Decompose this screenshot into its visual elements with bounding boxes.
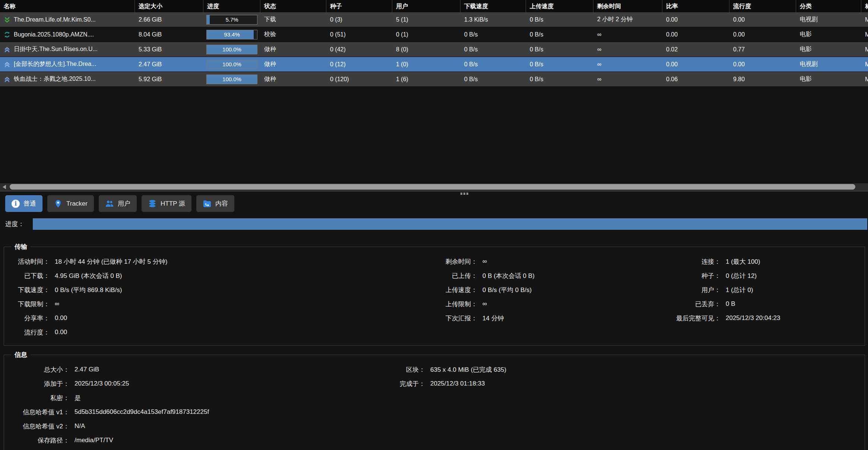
- field-label: 剩余时间：: [302, 257, 477, 266]
- cell-popularity: 0.00: [729, 16, 796, 23]
- tab-peers[interactable]: 用户: [99, 195, 137, 212]
- tab-label: 内容: [215, 199, 228, 208]
- progress-bar: 93.4%: [206, 30, 257, 39]
- field-label: 上传速度：: [302, 286, 477, 294]
- transfer-section-title: 传输: [12, 243, 30, 251]
- cell-category: 电影: [796, 75, 861, 83]
- column-header-selected-size[interactable]: 选定大小: [135, 0, 203, 12]
- cell-upload-speed: 0 B/s: [526, 46, 593, 53]
- field-label: 已下载：: [4, 272, 50, 280]
- cell-eta: ∞: [593, 31, 662, 38]
- field-value: 0 (总计 12): [726, 272, 757, 280]
- field-value: ∞: [482, 258, 487, 265]
- cell-download-speed: 0 B/s: [460, 61, 526, 68]
- field-value: 18 小时 44 分钟 (已做种 17 小时 5 分钟): [55, 257, 167, 266]
- field-value: 是: [75, 394, 81, 402]
- cell-category: 电视剧: [796, 60, 861, 68]
- table-header-row: 名称 选定大小 进度 状态 种子 用户 下载速度 上传速度 剩余时间 比率 流行…: [0, 0, 868, 12]
- double-up-arrows-icon: [4, 46, 10, 53]
- cell-download-speed: 0 B/s: [460, 46, 526, 53]
- sync-icon: [4, 31, 10, 38]
- tab-label: HTTP 源: [161, 199, 185, 208]
- tab-general[interactable]: i 普通: [5, 195, 42, 212]
- field-value: ∞: [55, 300, 59, 308]
- column-header-peers[interactable]: 用户: [392, 0, 460, 12]
- column-header-popularity[interactable]: 流行度: [729, 0, 796, 12]
- tab-http-sources[interactable]: HTTP 源: [142, 195, 191, 212]
- cell-ratio: 0.00: [662, 31, 729, 38]
- cell-tags: M: [861, 16, 868, 23]
- double-up-arrows-icon: [4, 61, 10, 68]
- cell-eta: ∞: [593, 76, 662, 83]
- cell-popularity: 9.80: [729, 76, 796, 83]
- info-icon: i: [12, 200, 20, 208]
- field-label: 私密：: [4, 394, 69, 402]
- cell-name: Bugonia.2025.1080p.AMZN....: [0, 31, 135, 38]
- progress-bar: 100.0%: [206, 45, 257, 54]
- field-label: 完成于：: [302, 380, 425, 388]
- field-value: /media/PT/TV: [75, 437, 113, 444]
- horizontal-scrollbar[interactable]: [0, 183, 868, 191]
- information-column-2: 区块：635 x 4.0 MiB (已完成 635) 完成于：2025/12/3…: [302, 362, 506, 391]
- field-value: 2025/12/3 00:05:25: [75, 380, 129, 387]
- cell-progress: 93.4%: [203, 27, 260, 42]
- cell-seeds: 0 (51): [326, 31, 392, 38]
- cell-name: 铁血战士：杀戮之地.2025.10...: [0, 75, 135, 83]
- folder-icon: [203, 199, 212, 208]
- field-label: 活动时间：: [4, 257, 50, 266]
- tab-trackers[interactable]: Tracker: [47, 195, 94, 212]
- progress-bar: 100.0%: [206, 60, 257, 69]
- field-value: 14 分钟: [482, 314, 504, 323]
- column-header-progress[interactable]: 进度: [203, 0, 260, 12]
- table-row-selected[interactable]: [金部长的梦想人生].The.Drea... 2.47 GiB 100.0% 做…: [0, 57, 868, 72]
- cell-seeds: 0 (120): [326, 76, 392, 83]
- cell-upload-speed: 0 B/s: [526, 61, 593, 68]
- torrent-name: 日掛中天.The.Sun.Rises.on.U...: [14, 45, 98, 53]
- cell-name: The.Dream.Life.of.Mr.Kim.S0...: [0, 16, 135, 23]
- cell-tags: M: [861, 76, 868, 83]
- splitter-handle[interactable]: [460, 193, 468, 195]
- column-header-status[interactable]: 状态: [260, 0, 326, 12]
- scrollbar-left-arrow-icon[interactable]: [3, 185, 6, 189]
- table-row[interactable]: 铁血战士：杀戮之地.2025.10... 5.92 GiB 100.0% 做种 …: [0, 72, 868, 87]
- tab-label: 用户: [118, 199, 130, 208]
- cell-seeds: 0 (42): [326, 46, 392, 53]
- column-header-name[interactable]: 名称: [0, 0, 135, 12]
- cell-download-speed: 1.3 KiB/s: [460, 16, 526, 23]
- column-header-download-speed[interactable]: 下载速度: [460, 0, 526, 12]
- field-value: 1 (最大 100): [726, 257, 760, 266]
- field-value: 4.95 GiB (本次会话 0 B): [55, 272, 122, 280]
- field-label: 连接：: [526, 257, 720, 266]
- cell-seeds: 0 (12): [326, 61, 392, 68]
- cell-peers: 5 (1): [392, 16, 460, 23]
- field-label: 信息哈希值 v1：: [4, 408, 69, 416]
- field-label: 添加于：: [4, 380, 69, 388]
- cell-upload-speed: 0 B/s: [526, 31, 593, 38]
- column-header-seeds[interactable]: 种子: [326, 0, 392, 12]
- field-value: 2025/12/3 20:04:23: [726, 314, 780, 322]
- information-section: 信息 总大小：2.47 GiB 添加于：2025/12/3 00:05:25 私…: [4, 355, 865, 450]
- table-row[interactable]: 日掛中天.The.Sun.Rises.on.U... 5.33 GiB 100.…: [0, 42, 868, 57]
- column-header-ratio[interactable]: 比率: [662, 0, 729, 12]
- cell-popularity: 0.77: [729, 46, 796, 53]
- field-label: 总大小：: [4, 365, 69, 374]
- cell-size: 5.33 GiB: [135, 46, 203, 53]
- table-row[interactable]: Bugonia.2025.1080p.AMZN.... 8.04 GiB 93.…: [0, 27, 868, 42]
- cell-ratio: 0.06: [662, 76, 729, 83]
- field-label: 用户：: [526, 286, 720, 294]
- column-header-tags[interactable]: 标签: [861, 0, 868, 12]
- table-row[interactable]: The.Dream.Life.of.Mr.Kim.S0... 2.66 GiB …: [0, 12, 868, 27]
- progress-line-label: 进度：: [5, 220, 24, 228]
- column-header-eta[interactable]: 剩余时间: [593, 0, 662, 12]
- cell-eta: ∞: [593, 61, 662, 68]
- column-header-category[interactable]: 分类: [796, 0, 861, 12]
- field-value: 0.00: [55, 329, 67, 336]
- column-header-upload-speed[interactable]: 上传速度: [526, 0, 593, 12]
- tab-content[interactable]: 内容: [196, 195, 234, 212]
- qbittorrent-window: 名称 选定大小 进度 状态 种子 用户 下载速度 上传速度 剩余时间 比率 流行…: [0, 0, 868, 450]
- scrollbar-thumb[interactable]: [10, 184, 855, 190]
- cell-tags: M: [861, 61, 868, 68]
- field-label: 区块：: [302, 365, 425, 374]
- field-label: 下载限制：: [4, 300, 50, 308]
- field-value: 5d5b315dd606cc2d9dc4a153ef7af9187312225f: [75, 408, 209, 416]
